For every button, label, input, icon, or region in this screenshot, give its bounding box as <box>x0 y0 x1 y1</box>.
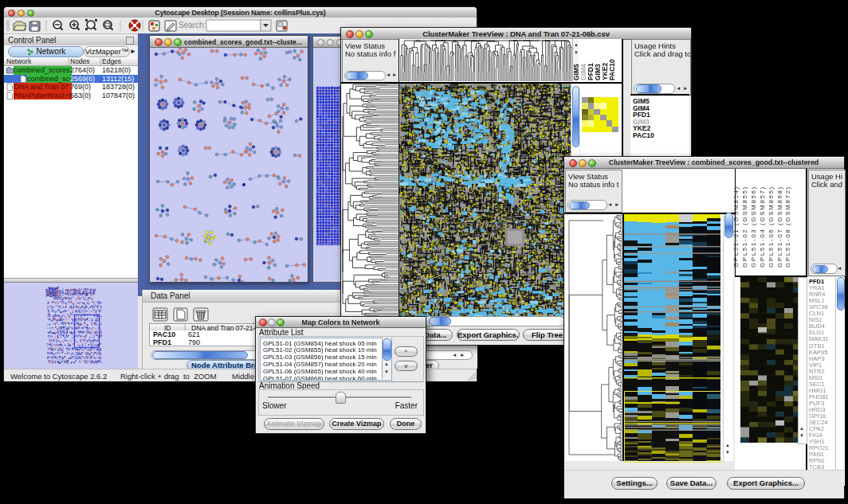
svg-text:Search:: Search: <box>179 21 206 29</box>
